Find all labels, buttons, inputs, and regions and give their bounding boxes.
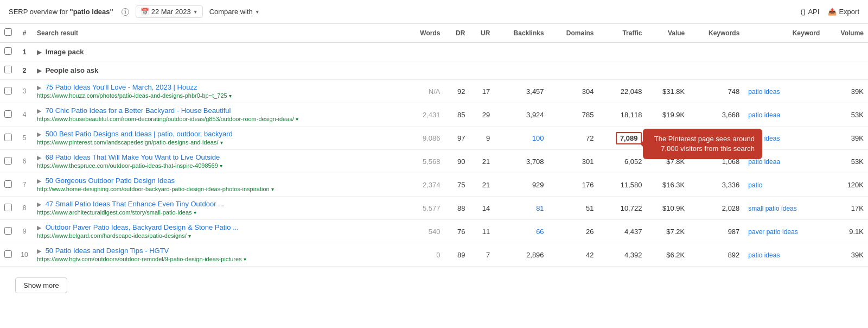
expand-icon[interactable]: ▶ <box>37 224 41 231</box>
expand-icon[interactable]: ▶ <box>37 67 41 74</box>
url-expand-arrow[interactable]: ▾ <box>220 140 223 146</box>
result-url-link[interactable]: https://www.architecturaldigest.com/stor… <box>37 209 192 216</box>
keyword-link[interactable]: patio ideas <box>748 135 780 142</box>
result-title-link[interactable]: 50 Patio Ideas and Design Tips - HGTV <box>46 247 169 255</box>
row-check <box>0 61 16 80</box>
date-picker[interactable]: 📅 22 Mar 2023 ▼ <box>136 5 203 18</box>
keyword-cell: patio ideaa <box>744 103 824 127</box>
expand-icon[interactable]: ▶ <box>37 131 41 137</box>
keyword-link[interactable]: patio ideas <box>748 251 780 259</box>
export-icon: 📤 <box>828 8 837 16</box>
keyword-link[interactable]: paver patio ideas <box>748 228 797 236</box>
expand-icon[interactable]: ▶ <box>37 201 41 207</box>
keyword-cell: patio ideas <box>744 80 824 103</box>
group-title: People also ask <box>46 66 99 74</box>
keyword-link[interactable]: small patio ideas <box>748 205 796 212</box>
api-button[interactable]: ⟨⟩ API <box>800 8 819 16</box>
compare-label: Compare with <box>209 8 253 16</box>
result-title-link[interactable]: 50 Gorgeous Outdoor Patio Design Ideas <box>46 176 175 185</box>
volume-cell: 39K <box>824 127 868 150</box>
compare-dropdown-arrow: ▼ <box>255 9 260 15</box>
value-cell: $6.2K <box>646 243 689 267</box>
keywords-cell: 3,336 <box>689 173 744 197</box>
expand-icon[interactable]: ▶ <box>37 178 41 184</box>
row-num: 7 <box>16 173 33 197</box>
col-keyword: Keyword <box>744 24 824 42</box>
keywords-cell: 305 <box>689 127 744 150</box>
compare-button[interactable]: Compare with ▼ <box>209 8 260 16</box>
result-title-link[interactable]: 70 Chic Patio Ideas for a Better Backyar… <box>46 106 231 115</box>
url-expand-arrow[interactable]: ▾ <box>271 186 274 192</box>
table-row: 1 ▶ Image pack <box>0 42 868 61</box>
export-button[interactable]: 📤 Export <box>828 8 859 16</box>
expand-icon[interactable]: ▶ <box>37 49 41 55</box>
value-cell: $19.9K <box>646 103 689 127</box>
keyword-link[interactable]: patio ideaa <box>748 111 780 119</box>
row-checkbox[interactable] <box>4 204 12 211</box>
dr-cell: 92 <box>444 80 469 103</box>
row-num: 8 <box>16 197 33 220</box>
serp-table: # Search result Words DR UR Backlinks Do… <box>0 24 868 267</box>
result-url-link[interactable]: https://www.hgtv.com/outdoors/outdoor-re… <box>37 256 242 262</box>
expand-icon[interactable]: ▶ <box>37 108 41 114</box>
row-checkbox[interactable] <box>4 250 12 258</box>
col-dr: DR <box>444 24 469 42</box>
keywords-cell: 3,668 <box>689 103 744 127</box>
header-left: SERP overview for "patio ideas" ℹ 📅 22 M… <box>9 5 260 18</box>
keyword-link[interactable]: patio ideas <box>748 88 780 96</box>
row-checkbox[interactable] <box>4 110 12 118</box>
url-expand-arrow[interactable]: ▾ <box>229 93 232 99</box>
row-check <box>0 220 16 243</box>
row-check <box>0 103 16 127</box>
col-num: # <box>16 24 33 42</box>
keywords-cell: 2,028 <box>689 197 744 220</box>
select-all-checkbox[interactable] <box>4 28 12 36</box>
expand-icon[interactable]: ▶ <box>37 154 41 161</box>
words-cell: 2,374 <box>405 173 444 197</box>
row-checkbox[interactable] <box>4 134 12 141</box>
domains-cell: 176 <box>548 173 598 197</box>
row-checkbox[interactable] <box>4 157 12 165</box>
url-expand-arrow[interactable]: ▾ <box>194 210 196 216</box>
words-cell: 5,568 <box>405 150 444 173</box>
volume-cell: 39K <box>824 80 868 103</box>
result-title-link[interactable]: 75 Patio Ideas You'll Love - March, 2023… <box>46 83 197 91</box>
result-title-link[interactable]: 500 Best Patio Designs and Ideas | patio… <box>46 130 233 138</box>
col-search-result: Search result <box>33 24 405 42</box>
row-checkbox[interactable] <box>4 180 12 188</box>
result-url-link[interactable]: https://www.thespruce.com/outdoor-patio-… <box>37 162 218 169</box>
dr-cell: 89 <box>444 243 469 267</box>
result-url-link[interactable]: https://www.houzz.com/photos/patio-ideas… <box>37 92 227 99</box>
result-url: https://www.belgard.com/hardscape-ideas/… <box>37 232 191 239</box>
info-icon[interactable]: ℹ <box>122 8 129 16</box>
result-title-link[interactable]: Outdoor Paver Patio Ideas, Backyard Desi… <box>46 223 239 231</box>
result-url-link[interactable]: https://www.pinterest.com/landscapedesig… <box>37 139 218 146</box>
expand-icon[interactable]: ▶ <box>37 84 41 91</box>
keyword-link[interactable]: patio ideaa <box>748 158 780 166</box>
result-url-link[interactable]: https://www.belgard.com/hardscape-ideas/… <box>37 232 187 239</box>
url-expand-arrow[interactable]: ▾ <box>188 233 191 239</box>
ur-cell: 21 <box>469 150 494 173</box>
result-title-link[interactable]: 47 Small Patio Ideas That Enhance Even T… <box>46 200 224 208</box>
group-label: ▶ Image pack <box>33 42 868 61</box>
result-url-link[interactable]: https://www.housebeautiful.com/room-deco… <box>37 116 294 122</box>
url-expand-arrow[interactable]: ▾ <box>220 163 222 169</box>
url-expand-arrow[interactable]: ▾ <box>296 116 298 122</box>
traffic-cell: 4,392 <box>598 243 646 267</box>
row-checkbox[interactable] <box>4 66 12 73</box>
expand-icon[interactable]: ▶ <box>37 248 41 254</box>
row-check <box>0 173 16 197</box>
dr-cell: 76 <box>444 220 469 243</box>
volume-cell: 17K <box>824 197 868 220</box>
col-value: Value <box>646 24 689 42</box>
header-right: ⟨⟩ API 📤 Export <box>800 8 859 16</box>
row-checkbox[interactable] <box>4 47 12 55</box>
row-checkbox[interactable] <box>4 227 12 235</box>
show-more-button[interactable]: Show more <box>15 277 67 293</box>
domains-cell: 785 <box>548 103 598 127</box>
result-title-link[interactable]: 68 Patio Ideas That Will Make You Want t… <box>46 153 220 161</box>
keyword-link[interactable]: patio <box>748 181 762 189</box>
url-expand-arrow[interactable]: ▾ <box>244 256 246 262</box>
result-url-link[interactable]: http://www.home-designing.com/outdoor-ba… <box>37 186 270 192</box>
row-checkbox[interactable] <box>4 87 12 94</box>
